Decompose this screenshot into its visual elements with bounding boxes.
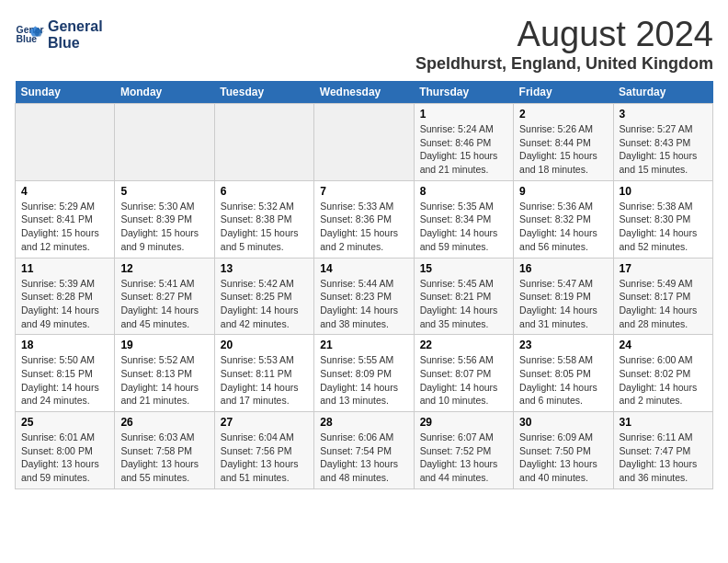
calendar-cell: 2Sunrise: 5:26 AM Sunset: 8:44 PM Daylig…: [514, 104, 613, 181]
day-number: 4: [21, 185, 108, 198]
day-info: Sunrise: 5:41 AM Sunset: 8:27 PM Dayligh…: [120, 277, 208, 331]
day-info: Sunrise: 5:32 AM Sunset: 8:38 PM Dayligh…: [221, 200, 308, 254]
logo-general: General: [48, 18, 103, 35]
day-number: 29: [420, 416, 507, 429]
day-number: 6: [221, 185, 308, 198]
day-number: 21: [320, 339, 407, 351]
day-info: Sunrise: 5:39 AM Sunset: 8:28 PM Dayligh…: [21, 277, 108, 331]
calendar-week-row: 1Sunrise: 5:24 AM Sunset: 8:46 PM Daylig…: [16, 104, 713, 181]
day-number: 9: [519, 185, 607, 198]
day-number: 15: [420, 262, 507, 275]
calendar-cell: 13Sunrise: 5:42 AM Sunset: 8:25 PM Dayli…: [214, 258, 313, 335]
calendar-cell: 22Sunrise: 5:56 AM Sunset: 8:07 PM Dayli…: [414, 335, 513, 412]
day-info: Sunrise: 6:09 AM Sunset: 7:50 PM Dayligh…: [519, 431, 607, 485]
day-info: Sunrise: 6:07 AM Sunset: 7:52 PM Dayligh…: [420, 431, 507, 485]
calendar-table: SundayMondayTuesdayWednesdayThursdayFrid…: [15, 81, 713, 489]
weekday-header-row: SundayMondayTuesdayWednesdayThursdayFrid…: [16, 81, 713, 104]
day-number: 12: [120, 262, 208, 275]
day-number: 5: [120, 185, 208, 198]
day-info: Sunrise: 5:56 AM Sunset: 8:07 PM Dayligh…: [420, 353, 507, 408]
day-number: 2: [519, 108, 607, 121]
calendar-cell: 31Sunrise: 6:11 AM Sunset: 7:47 PM Dayli…: [613, 412, 712, 489]
calendar-week-row: 25Sunrise: 6:01 AM Sunset: 8:00 PM Dayli…: [16, 412, 713, 489]
day-info: Sunrise: 5:52 AM Sunset: 8:13 PM Dayligh…: [120, 353, 208, 408]
day-number: 17: [620, 262, 707, 275]
weekday-header: Wednesday: [314, 81, 414, 104]
day-number: 18: [21, 339, 108, 351]
calendar-cell: 25Sunrise: 6:01 AM Sunset: 8:00 PM Dayli…: [16, 412, 115, 489]
logo: General Blue General Blue: [15, 18, 103, 52]
calendar-cell: [214, 104, 313, 181]
subtitle: Speldhurst, England, United Kingdom: [415, 54, 713, 74]
day-info: Sunrise: 5:29 AM Sunset: 8:41 PM Dayligh…: [21, 200, 108, 254]
calendar-cell: 23Sunrise: 5:58 AM Sunset: 8:05 PM Dayli…: [514, 335, 613, 412]
calendar-cell: 9Sunrise: 5:36 AM Sunset: 8:32 PM Daylig…: [514, 180, 613, 258]
weekday-header: Tuesday: [214, 81, 313, 104]
calendar-cell: [115, 104, 214, 181]
logo-icon: General Blue: [15, 20, 44, 50]
calendar-cell: 26Sunrise: 6:03 AM Sunset: 7:58 PM Dayli…: [115, 412, 214, 489]
day-info: Sunrise: 5:26 AM Sunset: 8:44 PM Dayligh…: [519, 122, 607, 177]
calendar-cell: [314, 104, 414, 181]
calendar-week-row: 18Sunrise: 5:50 AM Sunset: 8:15 PM Dayli…: [16, 335, 713, 412]
day-info: Sunrise: 5:49 AM Sunset: 8:17 PM Dayligh…: [620, 277, 707, 331]
calendar-cell: 15Sunrise: 5:45 AM Sunset: 8:21 PM Dayli…: [414, 258, 513, 335]
day-number: 1: [420, 108, 507, 121]
day-info: Sunrise: 6:03 AM Sunset: 7:58 PM Dayligh…: [120, 431, 208, 485]
calendar-cell: 19Sunrise: 5:52 AM Sunset: 8:13 PM Dayli…: [115, 335, 214, 412]
logo-blue: Blue: [48, 35, 103, 52]
calendar-cell: 30Sunrise: 6:09 AM Sunset: 7:50 PM Dayli…: [514, 412, 613, 489]
day-info: Sunrise: 5:55 AM Sunset: 8:09 PM Dayligh…: [320, 353, 407, 408]
day-info: Sunrise: 5:35 AM Sunset: 8:34 PM Dayligh…: [420, 200, 507, 254]
calendar-cell: 3Sunrise: 5:27 AM Sunset: 8:43 PM Daylig…: [613, 104, 712, 181]
day-number: 31: [620, 416, 707, 429]
day-info: Sunrise: 5:47 AM Sunset: 8:19 PM Dayligh…: [519, 277, 607, 331]
calendar-cell: 28Sunrise: 6:06 AM Sunset: 7:54 PM Dayli…: [314, 412, 414, 489]
day-info: Sunrise: 5:44 AM Sunset: 8:23 PM Dayligh…: [320, 277, 407, 331]
day-info: Sunrise: 5:58 AM Sunset: 8:05 PM Dayligh…: [519, 353, 607, 408]
day-info: Sunrise: 6:01 AM Sunset: 8:00 PM Dayligh…: [21, 431, 108, 485]
calendar-cell: 14Sunrise: 5:44 AM Sunset: 8:23 PM Dayli…: [314, 258, 414, 335]
day-number: 10: [620, 185, 707, 198]
day-info: Sunrise: 5:42 AM Sunset: 8:25 PM Dayligh…: [221, 277, 308, 331]
calendar-cell: [16, 104, 115, 181]
day-info: Sunrise: 6:00 AM Sunset: 8:02 PM Dayligh…: [620, 353, 707, 408]
calendar-cell: 5Sunrise: 5:30 AM Sunset: 8:39 PM Daylig…: [115, 180, 214, 258]
day-number: 26: [120, 416, 208, 429]
weekday-header: Saturday: [613, 81, 712, 104]
day-info: Sunrise: 6:11 AM Sunset: 7:47 PM Dayligh…: [620, 431, 707, 485]
calendar-cell: 10Sunrise: 5:38 AM Sunset: 8:30 PM Dayli…: [613, 180, 712, 258]
day-info: Sunrise: 5:38 AM Sunset: 8:30 PM Dayligh…: [620, 200, 707, 254]
calendar-cell: 7Sunrise: 5:33 AM Sunset: 8:36 PM Daylig…: [314, 180, 414, 258]
day-info: Sunrise: 5:36 AM Sunset: 8:32 PM Dayligh…: [519, 200, 607, 254]
calendar-week-row: 11Sunrise: 5:39 AM Sunset: 8:28 PM Dayli…: [16, 258, 713, 335]
day-number: 11: [21, 262, 108, 275]
calendar-cell: 27Sunrise: 6:04 AM Sunset: 7:56 PM Dayli…: [214, 412, 313, 489]
day-number: 14: [320, 262, 407, 275]
calendar-cell: 20Sunrise: 5:53 AM Sunset: 8:11 PM Dayli…: [214, 335, 313, 412]
day-number: 20: [221, 339, 308, 351]
calendar-cell: 29Sunrise: 6:07 AM Sunset: 7:52 PM Dayli…: [414, 412, 513, 489]
day-info: Sunrise: 5:53 AM Sunset: 8:11 PM Dayligh…: [221, 353, 308, 408]
day-info: Sunrise: 5:24 AM Sunset: 8:46 PM Dayligh…: [420, 122, 507, 177]
weekday-header: Monday: [115, 81, 214, 104]
day-number: 28: [320, 416, 407, 429]
weekday-header: Thursday: [414, 81, 513, 104]
day-number: 7: [320, 185, 407, 198]
day-number: 23: [519, 339, 607, 351]
day-info: Sunrise: 6:04 AM Sunset: 7:56 PM Dayligh…: [221, 431, 308, 485]
title-block: August 2024 Speldhurst, England, United …: [415, 15, 713, 74]
calendar-cell: 16Sunrise: 5:47 AM Sunset: 8:19 PM Dayli…: [514, 258, 613, 335]
main-title: August 2024: [415, 15, 713, 54]
day-number: 3: [620, 108, 707, 121]
day-number: 16: [519, 262, 607, 275]
calendar-cell: 4Sunrise: 5:29 AM Sunset: 8:41 PM Daylig…: [16, 180, 115, 258]
calendar-cell: 12Sunrise: 5:41 AM Sunset: 8:27 PM Dayli…: [115, 258, 214, 335]
day-number: 25: [21, 416, 108, 429]
calendar-cell: 6Sunrise: 5:32 AM Sunset: 8:38 PM Daylig…: [214, 180, 313, 258]
calendar-cell: 24Sunrise: 6:00 AM Sunset: 8:02 PM Dayli…: [613, 335, 712, 412]
day-info: Sunrise: 5:50 AM Sunset: 8:15 PM Dayligh…: [21, 353, 108, 408]
header: General Blue General Blue August 2024 Sp…: [15, 15, 713, 74]
day-number: 19: [120, 339, 208, 351]
day-info: Sunrise: 6:06 AM Sunset: 7:54 PM Dayligh…: [320, 431, 407, 485]
